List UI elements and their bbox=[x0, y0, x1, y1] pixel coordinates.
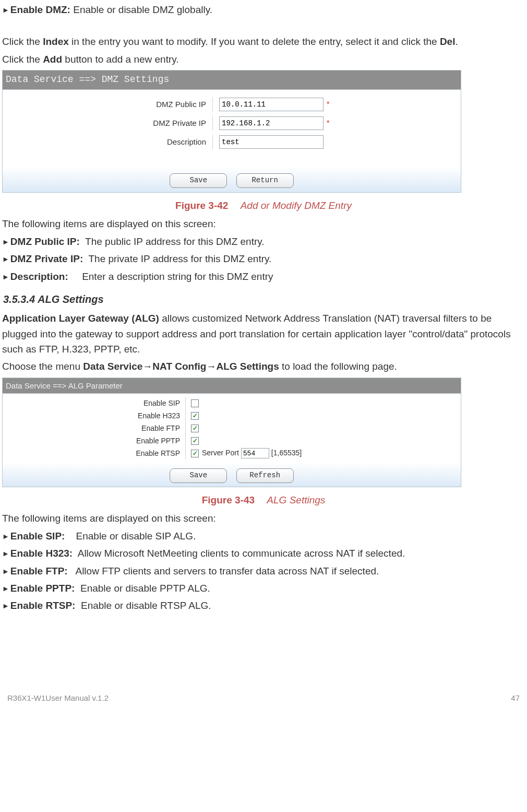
list-item: ►Description: Enter a description string… bbox=[2, 269, 525, 284]
input-description[interactable] bbox=[219, 135, 324, 149]
figure-label: Figure 3-42 bbox=[175, 200, 228, 211]
section-heading-alg-settings: 3.5.3.4 ALG Settings bbox=[3, 291, 525, 308]
form-row-enable-ftp: Enable FTP ✓ bbox=[3, 422, 461, 434]
required-marker: * bbox=[327, 117, 329, 129]
panel-body: Enable SIP Enable H323 ✓ Enable FTP ✓ En… bbox=[3, 394, 461, 487]
panel-footer: Save Return bbox=[3, 167, 461, 192]
triangle-right-icon: ► bbox=[2, 238, 9, 246]
triangle-right-icon: ► bbox=[2, 584, 9, 593]
checkbox-enable-ftp[interactable]: ✓ bbox=[191, 425, 199, 432]
form-row-enable-rtsp: Enable RTSP ✓ Server Port [1,65535] bbox=[3, 447, 461, 460]
label-enable-h323: Enable H323 bbox=[3, 409, 186, 422]
figure-caption-3-43: Figure 3-43 ALG Settings bbox=[2, 492, 525, 508]
figure-title: Add or Modify DMZ Entry bbox=[241, 200, 352, 211]
figure-label: Figure 3-43 bbox=[202, 495, 255, 505]
form-row-enable-h323: Enable H323 ✓ bbox=[3, 409, 461, 422]
paragraph: Choose the menu Data Service→NAT Config→… bbox=[2, 359, 525, 374]
label-server-port: Server Port bbox=[202, 448, 239, 459]
input-dmz-private-ip[interactable] bbox=[219, 116, 324, 130]
triangle-right-icon: ► bbox=[2, 255, 9, 263]
triangle-right-icon: ► bbox=[2, 567, 9, 575]
label-enable-dmz: Enable DMZ: bbox=[10, 4, 70, 15]
label-enable-sip: Enable SIP bbox=[3, 397, 186, 409]
checkbox-enable-pptp[interactable]: ✓ bbox=[191, 437, 199, 445]
form-row-description: Description bbox=[3, 135, 461, 149]
paragraph: The following items are displayed on thi… bbox=[2, 216, 525, 231]
input-dmz-public-ip[interactable] bbox=[219, 98, 324, 111]
manual-title: R36X1-W1User Manual v.1.2 bbox=[7, 692, 109, 704]
triangle-right-icon: ► bbox=[2, 549, 9, 558]
checkbox-enable-sip[interactable] bbox=[191, 399, 199, 407]
triangle-right-icon: ► bbox=[2, 532, 9, 540]
panel-title: Data Service ==> ALG Parameter bbox=[3, 378, 461, 394]
paragraph: ►Enable DMZ: Enable or disable DMZ globa… bbox=[2, 2, 525, 17]
figure-caption-3-42: Figure 3-42 Add or Modify DMZ Entry bbox=[2, 198, 525, 213]
label-server-port-range: [1,65535] bbox=[271, 448, 302, 459]
paragraph: Click the Index in the entry you want to… bbox=[2, 34, 525, 49]
form-row-enable-pptp: Enable PPTP ✓ bbox=[3, 434, 461, 447]
form-row-dmz-public-ip: DMZ Public IP * bbox=[3, 97, 461, 112]
checkbox-enable-h323[interactable]: ✓ bbox=[191, 412, 199, 420]
label-enable-pptp: Enable PPTP bbox=[3, 434, 186, 447]
label-enable-ftp: Enable FTP bbox=[3, 422, 186, 434]
list-item: ►Enable PPTP: Enable or disable PPTP ALG… bbox=[2, 581, 525, 596]
alg-parameter-panel: Data Service ==> ALG Parameter Enable SI… bbox=[2, 378, 461, 487]
paragraph: Application Layer Gateway (ALG) allows c… bbox=[2, 311, 525, 357]
checkbox-enable-rtsp[interactable]: ✓ bbox=[191, 450, 199, 457]
list-item: ►Enable H323: Allow Microsoft NetMeeting… bbox=[2, 546, 525, 561]
list-item: ►Enable SIP: Enable or disable SIP ALG. bbox=[2, 528, 525, 544]
required-marker: * bbox=[327, 99, 329, 110]
input-server-port[interactable] bbox=[241, 448, 269, 458]
list-item: ►DMZ Private IP: The private IP address … bbox=[2, 251, 525, 266]
triangle-right-icon: ► bbox=[2, 602, 9, 610]
page-footer: R36X1-W1User Manual v.1.2 47 bbox=[2, 692, 525, 704]
paragraph: Click the Add button to add a new entry. bbox=[2, 52, 525, 67]
label-description: Description bbox=[3, 135, 213, 149]
paragraph: The following items are displayed on thi… bbox=[2, 511, 525, 526]
panel-footer: Save Refresh bbox=[3, 463, 461, 487]
list-item: ►Enable FTP: Allow FTP clients and serve… bbox=[2, 563, 525, 579]
save-button[interactable]: Save bbox=[170, 468, 227, 483]
return-button[interactable]: Return bbox=[236, 173, 294, 188]
form-row-enable-sip: Enable SIP bbox=[3, 397, 461, 409]
panel-body: DMZ Public IP * DMZ Private IP * Descrip… bbox=[3, 90, 461, 192]
desc-enable-dmz: Enable or disable DMZ globally. bbox=[73, 4, 212, 15]
label-enable-rtsp: Enable RTSP bbox=[3, 447, 186, 460]
figure-title: ALG Settings bbox=[267, 495, 325, 505]
page-number: 47 bbox=[511, 692, 520, 704]
dmz-settings-panel: Data Service ==> DMZ Settings DMZ Public… bbox=[2, 70, 461, 193]
label-dmz-private-ip: DMZ Private IP bbox=[3, 116, 213, 131]
save-button[interactable]: Save bbox=[170, 173, 227, 188]
panel-title: Data Service ==> DMZ Settings bbox=[3, 70, 461, 90]
form-row-dmz-private-ip: DMZ Private IP * bbox=[3, 116, 461, 131]
triangle-right-icon: ► bbox=[2, 6, 9, 14]
triangle-right-icon: ► bbox=[2, 273, 9, 281]
list-item: ►DMZ Public IP: The public IP address fo… bbox=[2, 234, 525, 249]
refresh-button[interactable]: Refresh bbox=[236, 468, 294, 483]
label-dmz-public-ip: DMZ Public IP bbox=[3, 97, 213, 112]
list-item: ►Enable RTSP: Enable or disable RTSP ALG… bbox=[2, 598, 525, 613]
